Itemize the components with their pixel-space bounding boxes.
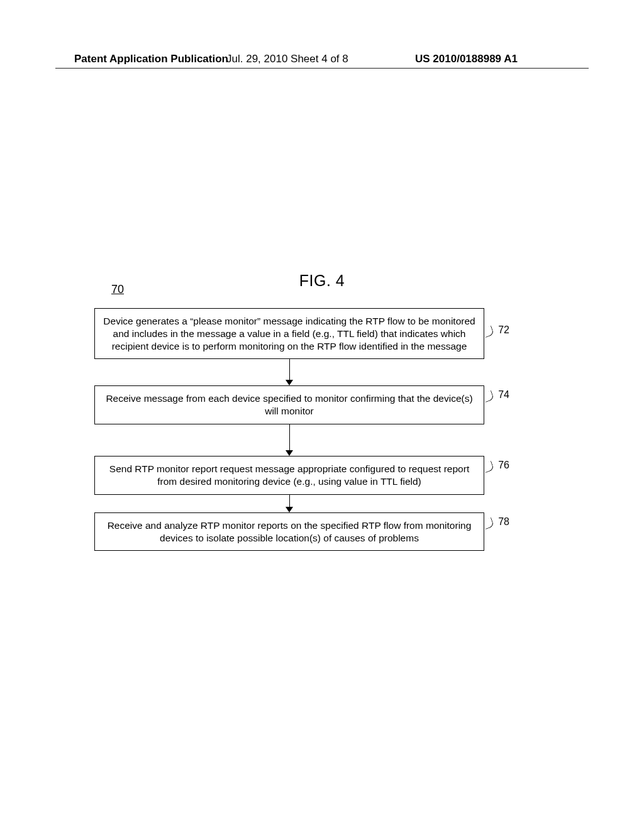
flow-step: Receive and analyze RTP monitor reports … xyxy=(94,512,484,551)
figure-reference-numeral: 70 xyxy=(111,283,124,296)
flow-step-box: Receive message from each device specifi… xyxy=(94,385,484,424)
flow-step: Receive message from each device specifi… xyxy=(94,385,484,424)
flow-step-text: Send RTP monitor report request message … xyxy=(109,463,469,487)
flow-step-text: Receive message from each device specifi… xyxy=(106,393,472,416)
flow-arrow xyxy=(94,424,484,456)
flow-step-box: Receive and analyze RTP monitor reports … xyxy=(94,512,484,551)
flow-step: Device generates a “please monitor” mess… xyxy=(94,308,484,359)
flow-step-box: Send RTP monitor report request message … xyxy=(94,456,484,495)
figure-title: FIG. 4 xyxy=(0,272,644,290)
header-right: US 2010/0188989 A1 xyxy=(415,53,518,65)
flow-step-text: Receive and analyze RTP monitor reports … xyxy=(108,520,472,543)
flow-step-label: 76 xyxy=(498,460,509,471)
flow-step-text: Device generates a “please monitor” mess… xyxy=(103,316,475,351)
flow-step: Send RTP monitor report request message … xyxy=(94,456,484,495)
flow-arrow xyxy=(94,359,484,385)
flow-arrow xyxy=(94,495,484,512)
header-center: Jul. 29, 2010 Sheet 4 of 8 xyxy=(226,53,348,65)
header-rule xyxy=(55,68,589,69)
flow-step-box: Device generates a “please monitor” mess… xyxy=(94,308,484,359)
flow-step-label: 72 xyxy=(498,324,509,336)
flow-step-label: 74 xyxy=(498,389,509,401)
flowchart: Device generates a “please monitor” mess… xyxy=(94,308,484,551)
flow-step-label: 78 xyxy=(498,516,509,528)
header-left: Patent Application Publication xyxy=(74,53,228,65)
